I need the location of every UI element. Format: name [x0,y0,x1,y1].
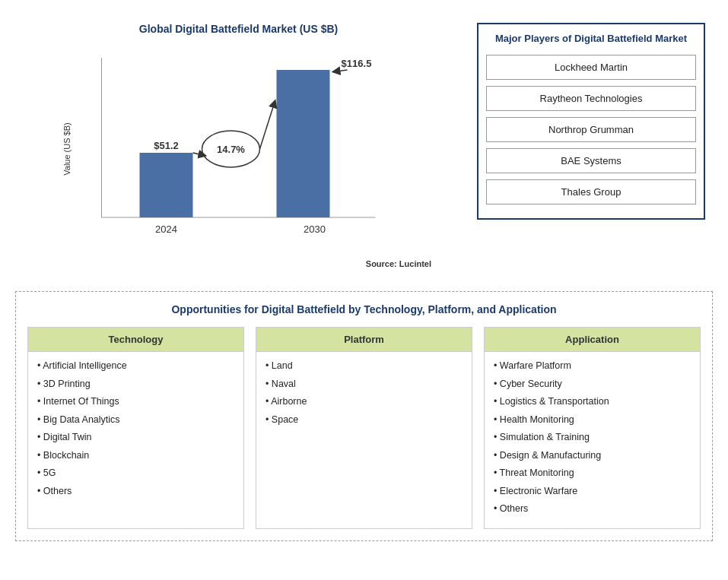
player-item: Raytheon Technologies [486,86,696,111]
column-header: Platform [256,328,472,352]
column-header: Technology [28,328,243,352]
column-header: Application [485,328,700,352]
svg-text:Value (US $B): Value (US $B) [62,122,72,176]
svg-text:$116.5: $116.5 [342,58,372,69]
players-title: Major Players of Digital Battefield Mark… [486,32,696,46]
players-area: Major Players of Digital Battefield Mark… [469,15,713,276]
players-list: Lockheed MartinRaytheon TechnologiesNort… [486,55,696,204]
list-item: • Naval [265,378,463,391]
list-item: • Others [494,502,691,516]
svg-text:2024: 2024 [155,223,177,235]
list-item: • Health Monitoring [494,414,691,427]
list-item: • Threat Monitoring [494,467,691,480]
players-box: Major Players of Digital Battefield Mark… [477,23,705,220]
svg-line-10 [260,103,275,149]
chart-area: Global Digital Battefield Market (US $B)… [15,15,454,276]
opportunities-section: Opportunities for Digital Battefield by … [15,291,713,541]
list-item: • 3D Printing [37,378,234,391]
chart-source: Source: Lucintel [30,259,447,268]
svg-text:2030: 2030 [304,223,326,235]
svg-text:14.7%: 14.7% [217,144,245,155]
chart-container: Value (US $B) $51.2 2024 $116.5 2030 [30,43,447,255]
player-item: Thales Group [486,179,696,204]
column-body: • Artificial Intelligence• 3D Printing• … [28,352,243,510]
list-item: • Electronic Warfare [494,485,691,499]
column-body: • Land• Naval• Airborne• Space [256,352,472,439]
list-item: • Logistics & Transportation [494,395,691,409]
list-item: • Space [265,414,463,427]
chart-title: Global Digital Battefield Market (US $B) [30,23,447,35]
list-item: • Simulation & Training [494,431,691,445]
list-item: • Internet Of Things [37,395,234,409]
svg-line-6 [336,70,348,71]
svg-line-9 [193,153,203,155]
player-item: Northrop Grumman [486,117,696,142]
list-item: • Airborne [265,395,463,409]
list-item: • Design & Manufacturing [494,449,691,463]
list-item: • Cyber Security [494,378,691,391]
list-item: • 5G [37,467,234,480]
columns-container: Technology• Artificial Intelligence• 3D … [27,327,701,529]
list-item: • Others [37,485,234,499]
list-item: • Big Data Analytics [37,414,234,427]
bar-2030 [277,70,330,217]
player-item: BAE Systems [486,148,696,173]
player-item: Lockheed Martin [486,55,696,80]
list-item: • Blockchain [37,449,234,463]
opportunity-column: Platform• Land• Naval• Airborne• Space [256,327,472,529]
list-item: • Digital Twin [37,431,234,445]
bar-2024 [140,153,193,217]
list-item: • Artificial Intelligence [37,360,234,373]
opportunity-column: Technology• Artificial Intelligence• 3D … [27,327,244,529]
svg-text:$51.2: $51.2 [154,140,179,151]
column-body: • Warfare Platform• Cyber Security• Logi… [485,352,700,528]
list-item: • Warfare Platform [494,360,691,373]
opportunities-title: Opportunities for Digital Battefield by … [27,303,701,315]
opportunity-column: Application• Warfare Platform• Cyber Sec… [484,327,701,529]
list-item: • Land [265,360,463,373]
bar-chart: Value (US $B) $51.2 2024 $116.5 2030 [30,43,447,255]
